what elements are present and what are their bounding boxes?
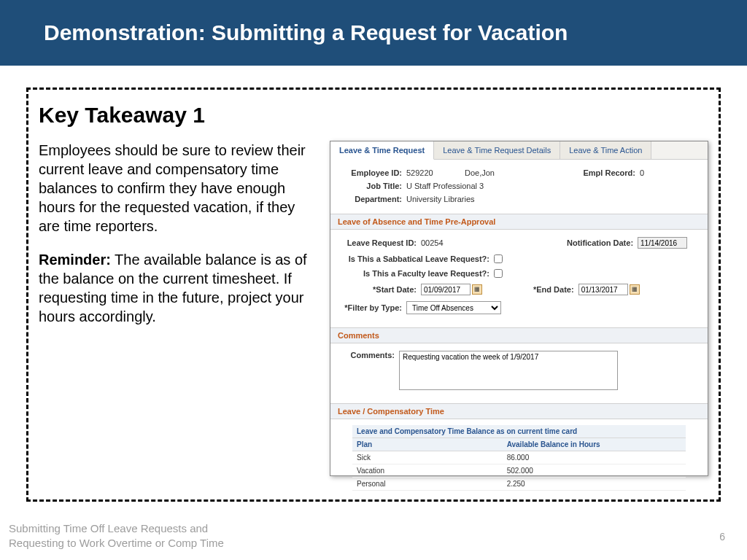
sabbatical-checkbox[interactable] — [494, 254, 503, 263]
col-plan: Plan — [352, 438, 503, 451]
table-row: Sick86.000 — [352, 451, 686, 464]
text-column: Employees should be sure to review their… — [39, 141, 320, 476]
preapproval-body: Leave Request ID: 00254 Notification Dat… — [330, 230, 708, 327]
start-date-label: *Start Date: — [341, 285, 421, 294]
app-screenshot: Leave & Time Request Leave & Time Reques… — [330, 141, 708, 476]
request-id-label: Leave Request ID: — [341, 238, 421, 247]
end-date-label: *End Date: — [533, 285, 578, 294]
reminder-label: Reminder: — [39, 252, 111, 268]
employee-info: Employee ID: 529220 Doe,Jon Empl Record:… — [330, 160, 708, 214]
emp-id-value: 529220 — [406, 168, 465, 177]
emp-id-label: Employee ID: — [341, 168, 406, 177]
footer-left: Submitting Time Off Leave Requests and R… — [9, 521, 224, 550]
comments-body: Comments: — [330, 343, 708, 403]
tab-leave-action[interactable]: Leave & Time Action — [560, 141, 651, 159]
emp-name: Doe,Jon — [465, 168, 567, 177]
empl-record-value: 0 — [640, 168, 644, 177]
tab-bar: Leave & Time Request Leave & Time Reques… — [330, 141, 708, 160]
balances-header: Leave / Compensatory Time — [330, 403, 708, 419]
job-title-value: U Staff Professional 3 — [406, 182, 484, 190]
page-number: 6 — [719, 531, 725, 542]
takeaway-reminder: Reminder: The available balance is as of… — [39, 250, 320, 326]
col-hours: Available Balance in Hours — [503, 438, 686, 451]
footer-line2: Requesting to Work Overtime or Comp Time — [9, 536, 224, 551]
faculty-label: Is This a Faculty leave Request?: — [341, 269, 494, 278]
comments-textarea[interactable] — [399, 351, 618, 390]
slide-header: Demonstration: Submitting a Request for … — [0, 0, 747, 66]
takeaway-para1: Employees should be sure to review their… — [39, 141, 320, 236]
sabbatical-label: Is This a Sabbatical Leave Request?: — [341, 254, 494, 263]
start-date-field[interactable] — [421, 284, 471, 295]
tab-request-details[interactable]: Leave & Time Request Details — [434, 141, 560, 159]
calendar-icon[interactable]: ▦ — [630, 284, 640, 295]
balance-caption: Leave and Compensatory Time Balance as o… — [352, 425, 686, 438]
balance-table: Leave and Compensatory Time Balance as o… — [352, 425, 686, 491]
takeaway-title: Key Takeaway 1 — [39, 103, 708, 128]
request-id-value: 00254 — [421, 238, 567, 247]
empl-record-label: Empl Record: — [567, 168, 640, 177]
slide-title: Demonstration: Submitting a Request for … — [44, 20, 568, 44]
filter-type-label: *Filter by Type: — [341, 303, 406, 312]
department-value: University Libraries — [406, 195, 475, 203]
balances-body: Leave and Compensatory Time Balance as o… — [330, 419, 708, 495]
department-label: Department: — [341, 195, 406, 203]
filter-type-select[interactable]: Time Off Absences — [406, 301, 501, 314]
comments-header: Comments — [330, 327, 708, 343]
job-title-label: Job Title: — [341, 182, 406, 190]
end-date-field[interactable] — [578, 284, 628, 295]
table-row: Personal2.250 — [352, 478, 686, 491]
notification-date-label: Notification Date: — [567, 238, 638, 247]
footer-line1: Submitting Time Off Leave Requests and — [9, 521, 224, 536]
comments-label: Comments: — [341, 351, 399, 359]
tab-leave-request[interactable]: Leave & Time Request — [330, 141, 434, 160]
preapproval-header: Leave of Absence and Time Pre-Approval — [330, 214, 708, 230]
table-row: Vacation502.000 — [352, 464, 686, 478]
calendar-icon[interactable]: ▦ — [472, 284, 482, 295]
notification-date-field — [638, 237, 687, 249]
faculty-checkbox[interactable] — [494, 269, 503, 278]
content-box: Key Takeaway 1 Employees should be sure … — [26, 88, 721, 502]
